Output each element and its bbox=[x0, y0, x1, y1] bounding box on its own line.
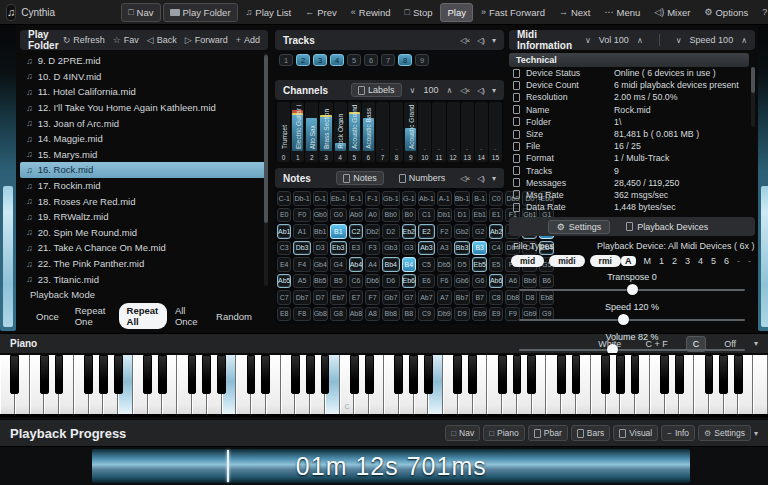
note-cell-d7[interactable]: D7 bbox=[313, 290, 328, 305]
note-cell-eb2[interactable]: Eb2 bbox=[402, 224, 416, 239]
piano-black-key-a-7[interactable] bbox=[734, 355, 743, 394]
note-cell-b1[interactable]: B1 bbox=[330, 224, 347, 239]
tracks-mute-icon[interactable]: ◁× bbox=[460, 36, 469, 45]
piano-black-key-f-5[interactable] bbox=[498, 355, 507, 394]
progress-dropdown-icon[interactable]: ▾ bbox=[754, 429, 758, 438]
add-button[interactable]: +Add bbox=[236, 35, 260, 45]
note-cell-ab5[interactable]: Ab5 bbox=[277, 274, 291, 289]
note-cell-eb3[interactable]: Eb3 bbox=[330, 241, 347, 256]
piano-black-key-a-4[interactable] bbox=[424, 355, 433, 394]
note-cell-e6[interactable]: E6 bbox=[418, 274, 435, 289]
piano-black-key-g-4[interactable] bbox=[409, 355, 418, 394]
piano-black-key-g-1[interactable] bbox=[99, 355, 108, 394]
device-button-a[interactable]: A bbox=[621, 256, 636, 266]
track-chip-2[interactable]: 2 bbox=[296, 54, 310, 66]
piano-black-key-g-6[interactable] bbox=[616, 355, 625, 394]
note-cell-bb3[interactable]: Bb3 bbox=[454, 241, 471, 256]
note-cell-gb6[interactable]: Gb6 bbox=[454, 274, 471, 289]
file-list-item[interactable]: ♫10. D 4INV.mid bbox=[20, 69, 268, 85]
piano-black-key-c-7[interactable] bbox=[660, 355, 669, 394]
transpose-slider[interactable] bbox=[519, 283, 745, 297]
file-list-item[interactable]: ♫20. Spin Me Round.mid bbox=[20, 225, 268, 241]
note-cell-e4[interactable]: E4 bbox=[277, 257, 291, 272]
file-type-pill-mid[interactable]: mid bbox=[511, 255, 544, 267]
note-cell-c8[interactable]: C8 bbox=[489, 290, 503, 305]
note-cell-db7[interactable]: Db7 bbox=[293, 290, 310, 305]
piano-black-key-a-6[interactable] bbox=[631, 355, 640, 394]
file-list-item[interactable]: ♫14. Maggie.mid bbox=[20, 131, 268, 147]
note-cell-ab3[interactable]: Ab3 bbox=[418, 241, 435, 256]
piano-black-key-d-7[interactable] bbox=[675, 355, 684, 394]
note-cell-e5[interactable]: E5 bbox=[489, 257, 503, 272]
note-cell-e3[interactable]: E3 bbox=[349, 241, 363, 256]
toolbar-button-play[interactable]: Play bbox=[440, 3, 472, 22]
file-type-pill-rmi[interactable]: rmi bbox=[590, 255, 621, 267]
piano-black-key-d-2[interactable] bbox=[158, 355, 167, 394]
toolbar-button-rewind[interactable]: «Rewind bbox=[345, 4, 397, 21]
slider-track[interactable] bbox=[519, 349, 745, 351]
toolbar-button-stop[interactable]: □Stop bbox=[398, 4, 438, 21]
note-cell-a-1[interactable]: A-1 bbox=[437, 191, 452, 206]
piano-black-key-d-3[interactable] bbox=[261, 355, 270, 394]
note-cell-b4[interactable]: B4 bbox=[402, 257, 416, 272]
notes-mode-button[interactable]: Notes bbox=[336, 171, 384, 185]
note-cell-e1[interactable]: E1 bbox=[489, 208, 503, 223]
note-cell-db-1[interactable]: Db-1 bbox=[293, 191, 310, 206]
note-cell-b8[interactable]: B8 bbox=[402, 307, 416, 322]
device-button-empty-9[interactable]: - bbox=[748, 256, 751, 266]
note-cell-gb4[interactable]: Gb4 bbox=[313, 257, 328, 272]
device-button-3[interactable]: 3 bbox=[685, 256, 690, 266]
piano-black-key-a-3[interactable] bbox=[321, 355, 330, 394]
device-button-5[interactable]: 5 bbox=[711, 256, 716, 266]
note-cell-c9[interactable]: C9 bbox=[418, 307, 435, 322]
piano-black-key-c-3[interactable] bbox=[247, 355, 256, 394]
piano-black-key-c-5[interactable] bbox=[453, 355, 462, 394]
notes-sound-icon[interactable]: ◁) bbox=[477, 174, 484, 183]
channel-column-0[interactable]: Trumpet0 bbox=[277, 102, 290, 162]
piano-black-key-d-4[interactable] bbox=[365, 355, 374, 394]
note-cell-g4[interactable]: G4 bbox=[330, 257, 347, 272]
info-scrollbar[interactable] bbox=[751, 67, 755, 127]
channel-column-6[interactable]: Acoustic Bass6 bbox=[362, 102, 375, 162]
note-cell-gb0[interactable]: Gb0 bbox=[313, 208, 328, 223]
note-cell-gb2[interactable]: Gb2 bbox=[454, 224, 471, 239]
note-cell-db2[interactable]: Db2 bbox=[365, 224, 380, 239]
file-type-pill-midi[interactable]: midi bbox=[549, 255, 584, 267]
track-chip-4[interactable]: 4 bbox=[330, 54, 344, 66]
file-list-item[interactable]: ♫9. D 2PRE.mid bbox=[20, 53, 268, 69]
speed-up-icon[interactable]: ∧ bbox=[741, 36, 747, 45]
toolbar-button-nav[interactable]: □Nav bbox=[121, 3, 160, 22]
playback-progress-bar[interactable]: 01m 12s 701ms bbox=[0, 446, 768, 485]
channel-column-11[interactable]: -11 bbox=[432, 102, 445, 162]
note-cell-ab6[interactable]: Ab6 bbox=[489, 274, 503, 289]
note-cell-ab8[interactable]: Ab8 bbox=[349, 307, 363, 322]
toolbar-button-prev[interactable]: ←Prev bbox=[299, 4, 343, 21]
note-cell-f6[interactable]: F6 bbox=[437, 274, 452, 289]
piano-black-key-c-1[interactable] bbox=[40, 355, 49, 394]
note-cell-eb7[interactable]: Eb7 bbox=[330, 290, 347, 305]
note-cell-g-1[interactable]: G-1 bbox=[402, 191, 416, 206]
file-list-item[interactable]: ♫16. Rock.mid bbox=[20, 162, 268, 178]
note-cell-e7[interactable]: E7 bbox=[349, 290, 363, 305]
channels-volume-down-icon[interactable]: ∨ bbox=[410, 86, 416, 95]
note-cell-a4[interactable]: A4 bbox=[365, 257, 380, 272]
note-cell-ab-1[interactable]: Ab-1 bbox=[418, 191, 435, 206]
forward-button[interactable]: ▷Forward bbox=[185, 35, 228, 45]
note-cell-a5[interactable]: A5 bbox=[293, 274, 310, 289]
note-cell-bb4[interactable]: Bb4 bbox=[382, 257, 400, 272]
channel-column-3[interactable]: Brass Section3 bbox=[319, 102, 332, 162]
channels-labels-button[interactable]: Labels bbox=[351, 83, 402, 97]
note-cell-f-1[interactable]: F-1 bbox=[365, 191, 380, 206]
file-list-item[interactable]: ♫21. Take A Chance On Me.mid bbox=[20, 240, 268, 256]
toolbar-button-next[interactable]: →Next bbox=[553, 4, 597, 21]
note-cell-g8[interactable]: G8 bbox=[330, 307, 347, 322]
note-cell-ab1[interactable]: Ab1 bbox=[277, 224, 291, 239]
channel-column-1[interactable]: Electric Guitar (muted)1 bbox=[291, 102, 304, 162]
piano-white-key-c8[interactable] bbox=[753, 355, 768, 414]
volume-up-icon[interactable]: ∧ bbox=[637, 36, 643, 45]
note-cell-d9[interactable]: D9 bbox=[454, 307, 471, 322]
piano-black-key-f-1[interactable] bbox=[84, 355, 93, 394]
device-button-6[interactable]: 6 bbox=[724, 256, 729, 266]
file-list-item[interactable]: ♫11. Hotel California.mid bbox=[20, 84, 268, 100]
toolbar-button-fast-forward[interactable]: »Fast Forward bbox=[475, 4, 551, 21]
